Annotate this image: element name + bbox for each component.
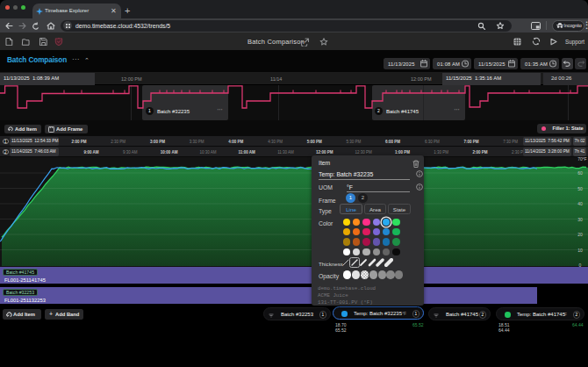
svg-text:30: 30 [577, 217, 583, 222]
svg-text:60: 60 [577, 170, 583, 176]
svg-text:40: 40 [577, 201, 583, 206]
svg-text:20: 20 [577, 232, 583, 237]
svg-text:°F: °F [582, 157, 586, 162]
svg-text:10: 10 [577, 248, 583, 253]
svg-text:50: 50 [577, 186, 583, 191]
